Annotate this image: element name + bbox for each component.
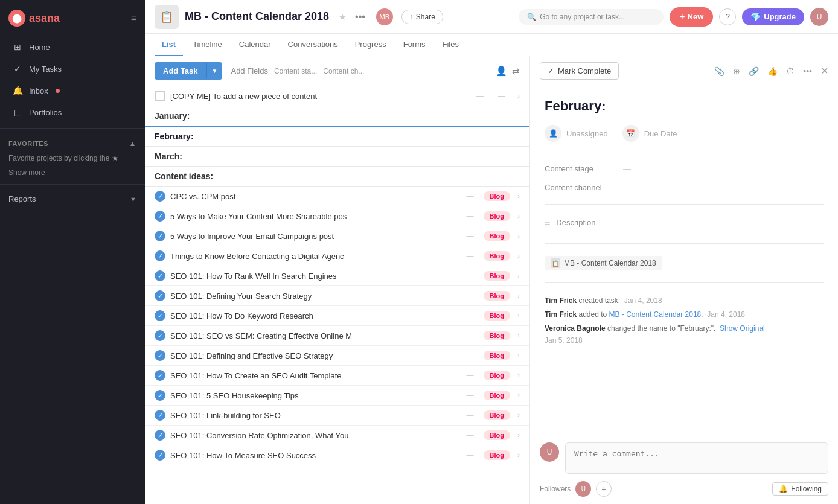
- user-avatar[interactable]: U: [810, 8, 828, 26]
- sort-icon[interactable]: ⇄: [512, 66, 520, 77]
- task-7-checkbox[interactable]: ✓: [155, 310, 165, 321]
- task-13-chevron-icon[interactable]: ›: [517, 431, 520, 439]
- link-icon[interactable]: 🔗: [749, 66, 759, 76]
- tab-conversations[interactable]: Conversations: [281, 34, 345, 56]
- task-1-checkbox[interactable]: ✓: [155, 191, 165, 202]
- task-row[interactable]: ✓ SEO 101: How To Measure SEO Success — …: [145, 445, 529, 465]
- task-1-chevron-icon[interactable]: ›: [517, 192, 520, 200]
- task-14-chevron-icon[interactable]: ›: [517, 451, 520, 459]
- section-january[interactable]: January:: [145, 106, 529, 127]
- comment-input[interactable]: [565, 442, 828, 474]
- task-5-checkbox[interactable]: ✓: [155, 270, 165, 281]
- like-icon[interactable]: 👍: [767, 66, 778, 76]
- project-tag[interactable]: 📋 MB - Content Calendar 2018: [545, 256, 662, 270]
- task-row[interactable]: ✓ SEO 101: Link-building for SEO — Blog …: [145, 406, 529, 426]
- task-copy-row[interactable]: [COPY ME] To add a new piece of content …: [145, 86, 529, 106]
- sidebar-item-reports[interactable]: Reports ▼: [0, 190, 145, 208]
- task-copy-chevron-icon[interactable]: ›: [517, 92, 520, 100]
- attachment-icon[interactable]: 📎: [714, 66, 724, 76]
- task-14-checkbox[interactable]: ✓: [155, 450, 165, 461]
- task-row[interactable]: ✓ SEO 101: SEO vs SEM: Creating Effectiv…: [145, 326, 529, 346]
- task-4-chevron-icon[interactable]: ›: [517, 252, 520, 260]
- section-content-ideas[interactable]: Content ideas:: [145, 167, 529, 187]
- col-content-channel[interactable]: Content ch...: [323, 67, 364, 75]
- tab-files[interactable]: Files: [435, 34, 466, 56]
- task-row[interactable]: ✓ SEO 101: 5 SEO Housekeeping Tips — Blo…: [145, 386, 529, 406]
- tab-progress[interactable]: Progress: [348, 34, 394, 56]
- task-10-checkbox[interactable]: ✓: [155, 370, 165, 381]
- detail-description-section[interactable]: ≡ Description: [545, 212, 824, 236]
- show-original-button[interactable]: Show Original: [720, 324, 765, 333]
- task-row[interactable]: ✓ SEO 101: Conversion Rate Optimization,…: [145, 426, 529, 445]
- task-row[interactable]: ✓ SEO 101: How To Do Keyword Research — …: [145, 306, 529, 326]
- task-13-checkbox[interactable]: ✓: [155, 430, 165, 441]
- section-march[interactable]: March:: [145, 147, 529, 167]
- task-row[interactable]: ✓ SEO 101: How To Create an SEO Audit Te…: [145, 366, 529, 386]
- tab-list[interactable]: List: [155, 34, 183, 56]
- detail-close-button[interactable]: ✕: [820, 65, 828, 77]
- project-favorite-star[interactable]: ★: [339, 12, 347, 22]
- activity-2-link[interactable]: MB - Content Calendar 2018.: [609, 310, 703, 319]
- following-button[interactable]: 🔔 Following: [772, 482, 828, 496]
- task-row[interactable]: ✓ Things to Know Before Contacting a Dig…: [145, 246, 529, 266]
- task-9-chevron-icon[interactable]: ›: [517, 351, 520, 360]
- help-button[interactable]: ?: [719, 8, 736, 25]
- sidebar-collapse-button[interactable]: ≡: [131, 13, 136, 24]
- task-2-checkbox[interactable]: ✓: [155, 211, 165, 222]
- search-placeholder: Go to any project or task...: [540, 13, 625, 21]
- sidebar-item-portfolios[interactable]: ◫ Portfolios: [4, 102, 141, 123]
- more-options-icon[interactable]: •••: [803, 66, 812, 76]
- task-copy-checkbox[interactable]: [155, 91, 165, 101]
- add-fields-button[interactable]: Add Fields: [231, 66, 267, 75]
- add-task-dropdown-icon[interactable]: ▼: [206, 63, 223, 78]
- share-button[interactable]: ↑ Share: [401, 10, 443, 24]
- sidebar-item-my-tasks-label: My Tasks: [29, 65, 62, 74]
- task-10-chevron-icon[interactable]: ›: [517, 371, 520, 380]
- detail-due-date[interactable]: 📅 Due Date: [622, 125, 677, 142]
- task-11-checkbox[interactable]: ✓: [155, 390, 165, 401]
- task-6-checkbox[interactable]: ✓: [155, 290, 165, 301]
- task-8-chevron-icon[interactable]: ›: [517, 331, 520, 340]
- task-14-blog-tag: Blog: [484, 450, 510, 460]
- task-2-chevron-icon[interactable]: ›: [517, 212, 520, 220]
- task-11-chevron-icon[interactable]: ›: [517, 391, 520, 400]
- col-content-stage[interactable]: Content sta...: [274, 67, 317, 75]
- project-more-button[interactable]: •••: [355, 11, 365, 22]
- task-9-checkbox[interactable]: ✓: [155, 350, 165, 361]
- add-task-button[interactable]: Add Task ▼: [155, 62, 222, 80]
- task-row[interactable]: ✓ SEO 101: How To Rank Well In Search En…: [145, 266, 529, 286]
- new-button[interactable]: + New: [670, 7, 713, 27]
- task-3-checkbox[interactable]: ✓: [155, 231, 165, 241]
- upgrade-button[interactable]: 💎 Upgrade: [742, 8, 804, 25]
- task-12-checkbox[interactable]: ✓: [155, 410, 165, 421]
- sidebar-item-inbox[interactable]: 🔔 Inbox: [4, 80, 141, 101]
- task-3-chevron-icon[interactable]: ›: [517, 232, 520, 240]
- task-row[interactable]: ✓ CPC vs. CPM post — Blog ›: [145, 187, 529, 206]
- task-7-chevron-icon[interactable]: ›: [517, 311, 520, 320]
- section-february[interactable]: February:: [145, 127, 529, 147]
- task-12-chevron-icon[interactable]: ›: [517, 411, 520, 419]
- subtask-icon[interactable]: ⊕: [733, 66, 740, 76]
- assignee-label: Unassigned: [566, 129, 608, 138]
- task-6-chevron-icon[interactable]: ›: [517, 292, 520, 300]
- add-follower-button[interactable]: +: [596, 481, 612, 497]
- task-row[interactable]: ✓ 5 Ways to Improve Your Email Campaigns…: [145, 226, 529, 246]
- detail-assignee[interactable]: 👤 Unassigned: [545, 125, 608, 142]
- tab-forms[interactable]: Forms: [396, 34, 433, 56]
- tab-calendar[interactable]: Calendar: [232, 34, 278, 56]
- show-more-button[interactable]: Show more: [0, 166, 145, 179]
- search-box[interactable]: 🔍 Go to any project or task...: [519, 9, 664, 25]
- task-row[interactable]: ✓ 5 Ways to Make Your Content More Share…: [145, 206, 529, 226]
- task-4-checkbox[interactable]: ✓: [155, 250, 165, 261]
- sidebar-item-home[interactable]: ⊞ Home: [4, 37, 141, 57]
- tab-timeline[interactable]: Timeline: [185, 34, 229, 56]
- timer-icon[interactable]: ⏱: [786, 66, 795, 76]
- task-row[interactable]: ✓ SEO 101: Defining Your Search Strategy…: [145, 286, 529, 306]
- sidebar-item-my-tasks[interactable]: ✓ My Tasks: [4, 59, 141, 79]
- mark-complete-button[interactable]: ✓ Mark Complete: [540, 62, 619, 80]
- assign-icon[interactable]: 👤: [496, 66, 507, 77]
- task-14-name: SEO 101: How To Measure SEO Success: [170, 451, 457, 460]
- task-row[interactable]: ✓ SEO 101: Defining and Effective SEO St…: [145, 346, 529, 366]
- task-8-checkbox[interactable]: ✓: [155, 330, 165, 341]
- task-5-chevron-icon[interactable]: ›: [517, 272, 520, 280]
